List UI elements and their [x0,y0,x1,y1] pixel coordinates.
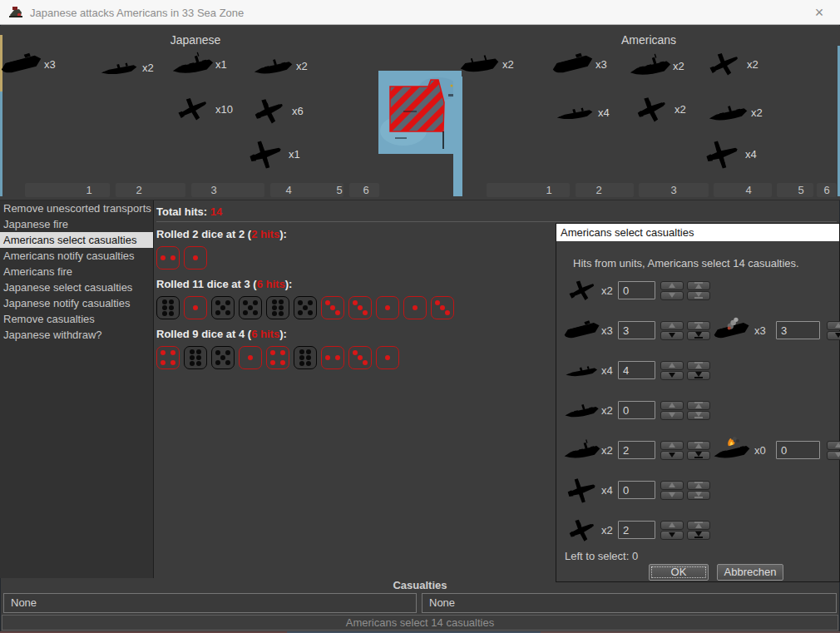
spinner-down-button[interactable] [827,331,840,340]
unit-count-label: x2 [142,62,154,74]
battleship-icon [563,436,601,464]
carrier-damaged-icon [713,316,751,344]
die-pip [308,310,313,315]
casualty-count-input[interactable] [776,321,820,339]
unit-count-label: x2 [751,106,763,119]
spinner-up-button[interactable] [827,441,840,450]
spinner [687,521,710,540]
casualty-count-input[interactable] [618,361,655,379]
tactical-bomber-icon [563,516,601,544]
spinner-up-button[interactable] [827,321,840,330]
die-pip [215,310,220,315]
transport-icon [458,48,502,80]
die-miss [211,296,235,319]
spinner-up-button[interactable] [660,521,684,530]
dice-column-strip [270,183,343,197]
spinner [687,321,710,340]
die-pip [335,310,340,315]
casualty-count-input[interactable] [618,281,655,299]
spinner-down-button[interactable] [660,331,684,340]
die-pip [280,360,285,365]
roll-label-text: ): [279,328,287,340]
spinner-down-button[interactable] [660,491,684,500]
battle-step-item[interactable]: Japanese withdraw? [0,327,153,343]
ok-button[interactable]: OK [649,564,709,581]
battle-step-item[interactable]: Japanese notify casualties [0,295,153,311]
die-pip [162,299,167,304]
spinner-max-button[interactable] [687,401,710,410]
dice-column-number: 5 [798,184,803,196]
spinner-down-button[interactable] [660,411,684,420]
spinner-min-button[interactable] [687,331,710,340]
battle-step-item[interactable]: Americans fire [0,264,153,279]
die-hit [376,346,399,369]
close-icon[interactable]: × [810,3,828,22]
casualty-count-input[interactable] [618,481,655,499]
spinner-min-button[interactable] [687,531,710,540]
die-pip [215,300,220,305]
spinner-max-button[interactable] [687,521,710,530]
attacker-casualties-list[interactable]: None [3,593,417,613]
casualty-count-input[interactable] [618,441,655,459]
die-miss [184,346,207,369]
spinner [687,401,710,420]
spinner-up-button[interactable] [660,361,684,370]
spinner-down-button[interactable] [660,371,684,380]
die-pip [248,355,253,360]
battle-step-item[interactable]: Remove unescorted transports [0,200,153,216]
triplea-battle-window: { "window": { "title": "Japanese attacks… [0,0,840,633]
die-pip [162,305,167,310]
die-pip [358,355,363,360]
die-hit [156,346,180,369]
unit-count-label: x2 [673,60,684,72]
die-pip [170,360,175,365]
spinner-min-button[interactable] [687,411,710,420]
casualty-count-input[interactable] [618,321,655,339]
casualty-count-input[interactable] [618,521,655,539]
spinner-max-button[interactable] [687,361,710,370]
casualty-count-input[interactable] [776,441,820,459]
spinner-up-button[interactable] [660,321,684,330]
spinner-min-button[interactable] [687,491,710,500]
cancel-button[interactable]: Abbrechen [717,564,783,581]
dice-column-strip [116,183,185,197]
spinner-down-button[interactable] [660,531,684,540]
spinner-up-button[interactable] [660,281,684,290]
battleship-icon [629,50,672,82]
battle-step-item[interactable]: Americans notify casualties [0,248,153,264]
battle-step-item[interactable]: Remove casualties [0,311,153,327]
die-miss [266,296,289,319]
die-pip [306,349,311,354]
spinner-max-button[interactable] [687,481,710,490]
spinner [660,281,684,300]
spinner-up-button[interactable] [660,401,684,410]
die-pip [196,349,201,354]
battle-step-item[interactable]: Japanese fire [0,216,153,232]
spinner-max-button[interactable] [687,281,710,290]
casualty-count-input[interactable] [618,401,655,419]
spinner-down-button[interactable] [660,451,684,460]
spinner-min-button[interactable] [687,371,710,380]
unit-count-label: x3 [595,58,607,71]
dice-column-number: 2 [136,184,141,196]
die-pip [363,360,368,365]
spinner-min-button[interactable] [687,291,710,300]
spinner-down-button[interactable] [827,451,840,460]
cruiser-icon [252,50,295,82]
spinner-down-button[interactable] [660,291,684,300]
die-hit [348,296,372,319]
spinner-max-button[interactable] [687,321,710,330]
spinner-up-button[interactable] [660,481,684,490]
dice-column-number: 3 [670,184,676,196]
spinner-up-button[interactable] [660,441,684,450]
spinner-max-button[interactable] [687,441,710,450]
dice-column-number: 6 [823,184,829,196]
battle-step-item[interactable]: Japanese select casualties [0,279,153,295]
spinner-min-button[interactable] [687,451,710,460]
defender-casualties-list[interactable]: None [422,593,837,613]
unit-count-label: x4 [598,106,610,119]
battle-step-item[interactable]: Americans select casualties [0,232,153,248]
dice-column-number: 6 [363,184,368,196]
spinner [660,321,684,340]
battle-steps-list: Remove unescorted transportsJapanese fir… [0,200,154,578]
